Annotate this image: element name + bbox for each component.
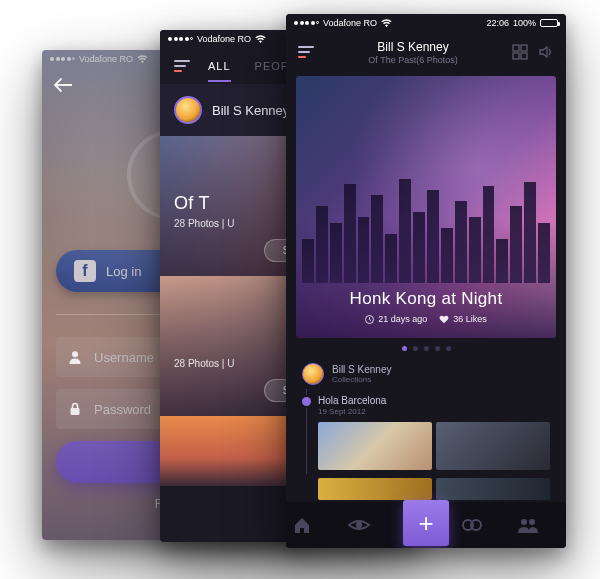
page-indicator — [286, 346, 566, 351]
svg-point-10 — [521, 519, 527, 525]
back-arrow-icon[interactable] — [54, 78, 72, 92]
hero-likes: 36 Likes — [439, 314, 487, 324]
photo-thumb[interactable] — [318, 478, 432, 500]
grid-icon[interactable] — [512, 44, 528, 60]
wifi-icon — [381, 19, 392, 28]
speaker-icon[interactable] — [538, 44, 554, 60]
nav-title: Bill S Kenney — [314, 40, 512, 54]
photo-thumb[interactable] — [436, 422, 550, 470]
timeline-node-icon — [302, 397, 311, 406]
collections-header[interactable]: Bill S Kenney Collections — [286, 359, 566, 389]
lock-icon — [68, 402, 84, 416]
timeline-date: 19 Sept 2012 — [318, 407, 550, 416]
photo-thumb[interactable] — [318, 422, 432, 470]
skyline-decoration — [296, 173, 556, 283]
signal-dots-icon — [294, 21, 319, 25]
svg-point-7 — [356, 522, 362, 528]
tab-bar: + — [286, 502, 566, 548]
gallery-screen: Vodafone RO 22:06 100% Bill S Kenney Of … — [286, 14, 566, 548]
svg-rect-1 — [71, 408, 80, 415]
wifi-icon — [255, 35, 266, 44]
svg-rect-3 — [521, 45, 527, 51]
status-time: 22:06 — [486, 18, 509, 28]
nav-subtitle: Of The Past(6 Photos) — [314, 55, 512, 65]
menu-icon[interactable] — [298, 46, 314, 58]
hero-time: 21 days ago — [365, 314, 427, 324]
timeline-item — [286, 478, 566, 500]
timeline-title: Hola Barcelona — [318, 395, 550, 406]
avatar — [302, 363, 324, 385]
gallery-nav: Bill S Kenney Of The Past(6 Photos) — [286, 32, 566, 72]
battery-pct: 100% — [513, 18, 536, 28]
tab-discover[interactable] — [461, 515, 505, 535]
svg-rect-4 — [513, 53, 519, 59]
tab-people[interactable] — [516, 515, 560, 535]
plus-icon: + — [418, 508, 433, 539]
svg-rect-2 — [513, 45, 519, 51]
hero-photo[interactable]: Honk Kong at Night 21 days ago 36 Likes — [296, 76, 556, 338]
user-icon — [68, 350, 84, 364]
menu-icon[interactable] — [174, 60, 190, 72]
svg-rect-5 — [521, 53, 527, 59]
avatar — [174, 96, 202, 124]
signal-dots-icon — [168, 37, 193, 41]
tab-eye[interactable] — [347, 515, 391, 535]
status-bar: Vodafone RO 22:06 100% — [286, 14, 566, 32]
collections-label: Collections — [332, 375, 391, 384]
user-name: Bill S Kenney — [212, 103, 289, 118]
tab-all[interactable]: ALL — [208, 60, 231, 72]
tab-add[interactable]: + — [403, 500, 449, 546]
collections-owner: Bill S Kenney — [332, 364, 391, 376]
timeline-item[interactable]: Hola Barcelona 19 Sept 2012 — [286, 389, 566, 474]
photo-thumb[interactable] — [436, 478, 550, 500]
svg-point-0 — [72, 351, 78, 357]
carrier-label: Vodafone RO — [197, 34, 251, 44]
carrier-label: Vodafone RO — [323, 18, 377, 28]
hero-title: Honk Kong at Night — [296, 289, 556, 309]
svg-point-11 — [529, 519, 535, 525]
tab-home[interactable] — [292, 515, 336, 535]
battery-icon — [540, 19, 558, 27]
